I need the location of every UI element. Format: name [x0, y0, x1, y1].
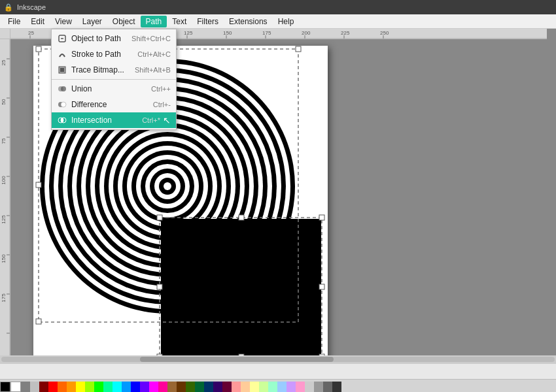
black-rect [161, 219, 321, 355]
svg-rect-89 [157, 354, 162, 355]
swatch-medium-gray[interactable] [314, 382, 323, 392]
menu-extensions[interactable]: Extensions [224, 16, 273, 27]
swatch-amber[interactable] [67, 382, 76, 392]
trace-bitmap-icon [57, 65, 67, 75]
swatch-dark-green[interactable] [186, 382, 195, 392]
stroke-to-path-icon [57, 49, 67, 59]
menu-help[interactable]: Help [273, 16, 300, 27]
menu-view[interactable]: View [50, 16, 77, 27]
object-to-path-shortcut: Shift+Ctrl+C [131, 35, 171, 42]
swatch-indigo[interactable] [140, 382, 149, 392]
svg-text:100: 100 [1, 176, 7, 185]
scrollbar-thumb[interactable] [140, 357, 334, 362]
trace-bitmap-label: Trace Bitmap... [71, 65, 124, 74]
cursor-indicator: ↖ [163, 115, 171, 125]
swatch-purple[interactable] [213, 382, 222, 392]
separator-1 [52, 79, 176, 80]
swatch-pink[interactable] [158, 382, 167, 392]
menu-filters[interactable]: Filters [192, 16, 224, 27]
swatch-light-green[interactable] [259, 382, 268, 392]
union-shortcut: Ctrl++ [151, 85, 171, 93]
left-ruler: 25 50 75 100 125 150 175 [0, 39, 10, 355]
swatch-spring[interactable] [103, 382, 113, 392]
svg-rect-88 [157, 215, 162, 220]
menubar: File Edit View Layer Object Path Text Fi… [0, 14, 556, 29]
svg-text:25: 25 [28, 30, 34, 36]
swatch-cyan[interactable] [113, 382, 122, 392]
swatch-charcoal[interactable] [332, 382, 341, 392]
ruler-corner [0, 29, 10, 39]
swatch-dark-brown[interactable] [177, 382, 186, 392]
menu-text[interactable]: Text [167, 16, 192, 27]
svg-text:150: 150 [223, 30, 232, 36]
svg-rect-87 [157, 284, 162, 289]
svg-text:225: 225 [341, 30, 350, 36]
swatch-red[interactable] [48, 382, 58, 392]
swatch-plum[interactable] [222, 382, 232, 392]
svg-text:75: 75 [1, 138, 7, 144]
svg-text:50: 50 [1, 99, 7, 105]
swatch-black[interactable] [0, 382, 10, 392]
svg-text:175: 175 [1, 293, 7, 302]
swatch-peach[interactable] [241, 382, 250, 392]
swatch-light-pink[interactable] [232, 382, 241, 392]
svg-rect-78 [296, 46, 301, 52]
statusbar [0, 363, 556, 379]
titlebar: 🔒 Inkscape [0, 0, 556, 14]
stroke-to-path-label: Stroke to Path [71, 50, 127, 59]
swatch-silver[interactable] [30, 382, 39, 392]
menu-item-stroke-to-path[interactable]: Stroke to Path Ctrl+Alt+C [52, 46, 176, 62]
menu-path[interactable]: Path [141, 16, 167, 27]
swatch-light-yellow[interactable] [250, 382, 259, 392]
menu-edit[interactable]: Edit [26, 16, 50, 27]
swatch-light-blue[interactable] [277, 382, 287, 392]
right-spacer-top [547, 29, 556, 39]
menu-item-intersection[interactable]: Intersection Ctrl+* ↖ [52, 112, 176, 128]
h-scrollbar[interactable] [0, 355, 556, 363]
intersection-icon [57, 115, 67, 125]
swatch-blue[interactable] [131, 382, 140, 392]
menu-object[interactable]: Object [107, 16, 141, 27]
swatch-rose[interactable] [296, 382, 305, 392]
swatch-brown[interactable] [167, 382, 177, 392]
swatch-magenta[interactable] [149, 382, 158, 392]
swatch-yellow[interactable] [76, 382, 85, 392]
swatch-lavender[interactable] [287, 382, 296, 392]
swatch-light-gray[interactable] [305, 382, 314, 392]
svg-text:125: 125 [1, 215, 7, 224]
svg-text:175: 175 [262, 30, 271, 36]
svg-text:125: 125 [184, 30, 193, 36]
menu-item-difference[interactable]: Difference Ctrl+- [52, 97, 176, 112]
swatch-dark-gray[interactable] [323, 382, 332, 392]
svg-rect-85 [239, 354, 244, 355]
swatch-lime[interactable] [94, 382, 103, 392]
swatch-gray[interactable] [21, 382, 30, 392]
menu-item-object-to-path[interactable]: Object to Path Shift+Ctrl+C [52, 31, 176, 46]
svg-rect-86 [319, 354, 324, 355]
swatch-maroon[interactable] [39, 382, 48, 392]
swatch-orange[interactable] [58, 382, 67, 392]
path-dropdown: Object to Path Shift+Ctrl+C Stroke to Pa… [51, 29, 177, 130]
right-panel [547, 39, 556, 355]
difference-shortcut: Ctrl+- [153, 101, 171, 108]
swatch-sky[interactable] [122, 382, 131, 392]
swatch-mint[interactable] [268, 382, 277, 392]
swatch-white[interactable] [10, 382, 21, 392]
title: Inkscape [17, 3, 46, 11]
svg-rect-80 [36, 319, 41, 324]
swatch-navy[interactable] [204, 382, 213, 392]
menu-item-trace-bitmap[interactable]: Trace Bitmap... Shift+Alt+B [52, 62, 176, 78]
menu-layer[interactable]: Layer [77, 16, 107, 27]
menu-file[interactable]: File [3, 16, 26, 27]
menu-item-union[interactable]: Union Ctrl++ [52, 81, 176, 97]
swatch-forest[interactable] [195, 382, 204, 392]
svg-rect-2 [60, 68, 64, 72]
svg-rect-84 [319, 284, 324, 289]
svg-rect-83 [319, 215, 324, 220]
difference-icon [57, 99, 67, 110]
intersection-shortcut: Ctrl+* [142, 116, 160, 124]
object-to-path-icon [57, 33, 67, 44]
svg-point-6 [61, 102, 66, 107]
scrollbar-track [1, 357, 555, 362]
swatch-yellow-green[interactable] [85, 382, 94, 392]
